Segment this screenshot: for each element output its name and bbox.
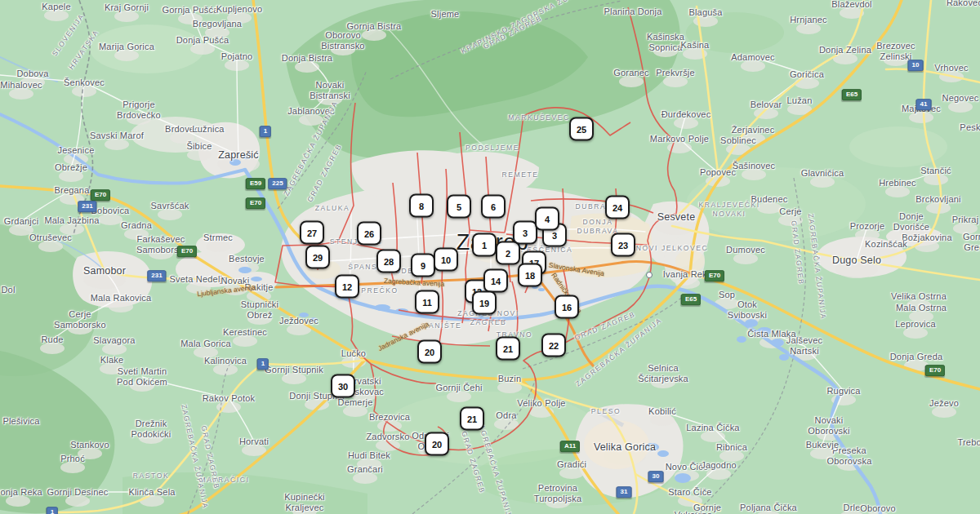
settlement-area bbox=[953, 223, 978, 234]
map-marker-21[interactable]: 21 bbox=[496, 337, 520, 361]
map-marker-20[interactable]: 20 bbox=[425, 432, 449, 456]
settlement-area bbox=[884, 55, 908, 66]
settlement-area bbox=[909, 311, 933, 322]
map-marker-12[interactable]: 12 bbox=[335, 275, 359, 299]
map-marker-5[interactable]: 5 bbox=[447, 195, 471, 219]
settlement-area bbox=[757, 202, 782, 214]
settlement-area bbox=[186, 282, 211, 294]
settlement-area bbox=[114, 11, 139, 22]
settlement-area bbox=[105, 139, 129, 150]
settlement-area bbox=[924, 174, 948, 185]
settlement-area bbox=[60, 224, 84, 235]
settlement-area bbox=[546, 497, 570, 508]
map-marker-10[interactable]: 10 bbox=[434, 248, 458, 272]
settlement-area bbox=[40, 343, 65, 354]
settlement-area bbox=[187, 149, 212, 161]
map-canvas[interactable]: KapeleKraj GornjiGornja PušćaKupljenovoB… bbox=[0, 0, 980, 514]
settlement-area bbox=[653, 46, 678, 57]
map-marker-9[interactable]: 9 bbox=[411, 254, 435, 277]
settlement-area bbox=[318, 94, 342, 105]
map-marker-27[interactable]: 27 bbox=[300, 221, 324, 245]
settlement-area bbox=[6, 495, 30, 507]
settlement-area bbox=[149, 248, 173, 259]
settlement-area bbox=[494, 419, 519, 430]
settlement-area bbox=[109, 301, 133, 312]
settlement-area bbox=[140, 495, 164, 507]
settlement-area bbox=[909, 112, 933, 123]
map-marker-25[interactable]: 25 bbox=[569, 117, 594, 141]
settlement-area bbox=[352, 390, 376, 401]
map-marker-20[interactable]: 20 bbox=[417, 340, 442, 364]
settlement-area bbox=[855, 229, 880, 241]
map-marker-30[interactable]: 30 bbox=[331, 374, 355, 398]
map-marker-14[interactable]: 14 bbox=[483, 269, 508, 293]
settlement-area bbox=[9, 88, 33, 100]
settlement-area bbox=[247, 313, 272, 325]
settlement-area bbox=[299, 114, 323, 126]
settlement-area bbox=[650, 414, 675, 426]
map-marker-1[interactable]: 1 bbox=[472, 233, 497, 257]
settlement-area bbox=[78, 448, 102, 459]
settlement-area bbox=[60, 462, 85, 473]
map-marker-16[interactable]: 16 bbox=[555, 295, 579, 319]
settlement-area bbox=[885, 186, 910, 197]
settlement-area bbox=[331, 44, 355, 55]
settlement-area bbox=[242, 445, 266, 456]
settlement-area bbox=[795, 78, 819, 89]
settlement-area bbox=[233, 335, 257, 347]
settlement-area bbox=[651, 377, 675, 388]
settlement-area bbox=[158, 209, 182, 220]
map-marker-6[interactable]: 6 bbox=[481, 195, 506, 219]
map-marker-26[interactable]: 26 bbox=[357, 222, 381, 246]
settlement-area bbox=[98, 214, 122, 225]
map-marker-28[interactable]: 28 bbox=[376, 250, 401, 273]
settlement-area bbox=[227, 12, 252, 24]
settlement-area bbox=[932, 406, 956, 418]
settlement-area bbox=[295, 61, 319, 73]
settlement-area bbox=[9, 224, 33, 236]
settlement-area bbox=[196, 132, 220, 144]
map-marker-11[interactable]: 11 bbox=[415, 290, 439, 314]
map-marker-21[interactable]: 21 bbox=[460, 407, 484, 431]
settlement-area bbox=[205, 27, 229, 38]
settlement-area bbox=[915, 241, 939, 252]
map-marker-22[interactable]: 22 bbox=[541, 334, 566, 357]
settlement-area bbox=[282, 373, 306, 384]
settlement-area bbox=[903, 327, 928, 339]
map-marker-4[interactable]: 4 bbox=[535, 207, 559, 231]
map-graphics bbox=[0, 0, 980, 514]
settlement-area bbox=[59, 171, 83, 182]
settlement-area bbox=[663, 76, 688, 87]
settlement-area bbox=[778, 215, 803, 226]
settlement-area bbox=[619, 76, 644, 87]
settlement-area bbox=[362, 29, 386, 41]
settlement-area bbox=[733, 253, 758, 264]
settlement-area bbox=[559, 467, 584, 479]
settlement-area bbox=[194, 347, 218, 358]
settlement-area bbox=[810, 448, 835, 459]
settlement-area bbox=[742, 169, 766, 180]
map-marker-18[interactable]: 18 bbox=[518, 264, 542, 287]
poi-dot bbox=[646, 272, 653, 278]
settlement-area bbox=[906, 299, 931, 311]
settlement-area bbox=[796, 23, 821, 34]
map-marker-24[interactable]: 24 bbox=[605, 196, 630, 219]
settlement-area bbox=[674, 117, 698, 129]
settlement-area bbox=[206, 241, 230, 252]
settlement-area bbox=[127, 113, 151, 125]
map-marker-8[interactable]: 8 bbox=[409, 194, 434, 218]
settlement-area bbox=[114, 50, 139, 61]
map-marker-29[interactable]: 29 bbox=[305, 246, 330, 269]
settlement-area bbox=[170, 132, 194, 144]
settlement-area bbox=[100, 363, 124, 374]
map-marker-19[interactable]: 19 bbox=[472, 291, 497, 315]
settlement-area bbox=[343, 405, 368, 417]
map-marker-3[interactable]: 3 bbox=[513, 221, 537, 245]
map-marker-23[interactable]: 23 bbox=[611, 233, 635, 257]
settlement-area bbox=[65, 495, 90, 507]
settlement-area bbox=[719, 450, 744, 462]
settlement-area bbox=[44, 10, 69, 21]
settlement-area bbox=[948, 101, 973, 113]
settlement-area bbox=[810, 176, 835, 188]
map-marker-2[interactable]: 2 bbox=[496, 241, 520, 265]
